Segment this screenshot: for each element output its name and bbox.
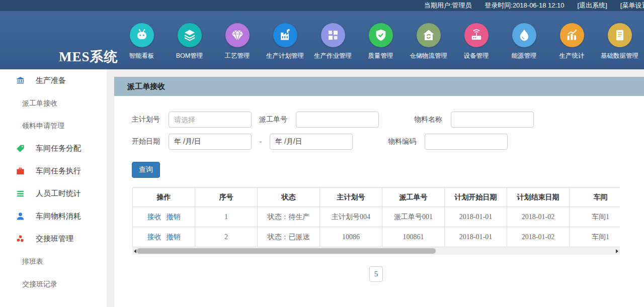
sidebar-item-label: 生产准备 — [36, 76, 66, 85]
search-button[interactable]: 查询 — [132, 162, 160, 178]
dispatch-table-container: 操作序号状态主计划号派工单号计划开始日期计划结束日期车间 接收撤销1状态：待生产… — [132, 187, 620, 247]
nav-item[interactable]: 生产统计 — [548, 12, 596, 70]
cell-end: 2018-01-02 — [507, 227, 570, 247]
search-form: 主计划号 派工单号 物料名称 开始日期 年 /月/日 - 年 /月/日 物料编码 — [114, 96, 644, 150]
main-plan-label: 主计划号 — [132, 115, 169, 124]
bank-icon — [16, 76, 25, 85]
cell-workshop: 车间1 — [570, 227, 620, 247]
robot-icon — [130, 23, 154, 47]
main-plan-input[interactable] — [169, 112, 252, 128]
column-header: 操作 — [133, 188, 195, 207]
main-layout: 生产准备派工单接收领料申请管理车间任务分配车间任务执行人员工时统计车间物料消耗交… — [0, 69, 644, 307]
sidebar-sub-item[interactable]: 排班表 — [0, 250, 107, 273]
column-header: 计划开始日期 — [445, 188, 507, 207]
receive-link[interactable]: 接收 — [147, 213, 162, 221]
nav-item-label: 质量管理 — [368, 52, 393, 60]
page-button[interactable]: 5 — [369, 266, 383, 282]
nav-item-label: 仓储物流管理 — [410, 52, 447, 60]
sidebar-sub-item[interactable]: 交接班记录 — [0, 273, 107, 295]
column-header: 状态 — [258, 188, 320, 207]
cell-main-plan: 主计划号004 — [320, 207, 382, 227]
content-area: 派工单接收 主计划号 派工单号 物料名称 开始日期 年 /月/日 - 年 /月/… — [107, 69, 644, 307]
sidebar-group-item[interactable]: 生产准备 — [0, 69, 107, 92]
cell-end: 2018-01-02 — [507, 207, 570, 227]
material-code-input[interactable] — [425, 134, 508, 150]
nav-item[interactable]: 生产计划管理 — [261, 12, 309, 70]
cell-workshop: 车间1 — [570, 207, 620, 227]
date-range-separator: - — [259, 137, 263, 146]
column-header: 计划结束日期 — [507, 188, 570, 207]
dispatch-table: 操作序号状态主计划号派工单号计划开始日期计划结束日期车间 接收撤销1状态：待生产… — [132, 187, 620, 247]
material-name-input[interactable] — [451, 112, 534, 128]
menu-settings-link[interactable]: [菜单设置] — [620, 1, 644, 10]
factory-icon — [273, 23, 297, 47]
panel-title: 派工单接收 — [114, 77, 644, 96]
nav-item[interactable]: 能源管理 — [500, 12, 548, 70]
logout-link[interactable]: [退出系统] — [578, 1, 607, 10]
sidebar-group-item[interactable]: 车间物料消耗 — [0, 205, 107, 228]
material-name-label: 物料名称 — [414, 115, 451, 124]
nav-item[interactable]: 生产作业管理 — [309, 12, 357, 70]
scrollbar-thumb[interactable] — [137, 248, 436, 254]
pagination: 5 — [132, 266, 620, 282]
nav-item-label: 生产作业管理 — [314, 52, 352, 60]
login-time-label: 登录时间:2018-06-18 12:10 — [485, 1, 564, 10]
dispatch-no-input[interactable] — [296, 112, 379, 128]
nav-item-label: 生产统计 — [559, 52, 585, 60]
list-icon — [16, 189, 25, 198]
nav-item[interactable]: 工艺管理 — [213, 12, 261, 70]
sidebar-item-label: 车间任务分配 — [36, 144, 81, 153]
nav-item[interactable]: 设备管理 — [452, 12, 500, 70]
cell-main-plan: 10086 — [320, 227, 382, 247]
sidebar-group-item[interactable]: 交接班管理 — [0, 228, 107, 250]
nav-item-label: 能源管理 — [512, 52, 537, 60]
sidebar-group-item[interactable]: 人员工时统计 — [0, 182, 107, 205]
router-icon — [464, 23, 489, 47]
column-header: 主计划号 — [320, 188, 382, 207]
grid-icon — [321, 23, 345, 47]
table-row: 接收撤销2状态：已派送100861008612018-01-012018-01-… — [133, 227, 620, 247]
horizontal-scrollbar[interactable] — [132, 247, 620, 255]
sidebar-item-label: 人员工时统计 — [36, 189, 81, 198]
nav-item-label: BOM管理 — [176, 52, 203, 60]
nav-item-label: 生产计划管理 — [266, 52, 304, 60]
table-row: 接收撤销1状态：待生产主计划号004派工单号0012018-01-012018-… — [133, 207, 620, 227]
sidebar-item-label: 排班表 — [22, 257, 43, 266]
start-date-label: 开始日期 — [132, 137, 169, 146]
main-nav: 智能看板BOM管理工艺管理生产计划管理生产作业管理质量管理仓储物流管理设备管理能… — [118, 12, 643, 70]
column-header: 车间 — [570, 188, 620, 207]
sidebar-sub-item[interactable]: 派工单接收 — [0, 92, 107, 115]
receive-link[interactable]: 接收 — [147, 233, 162, 241]
cell-start: 2018-01-01 — [445, 207, 507, 227]
app-header: MES系统 智能看板BOM管理工艺管理生产计划管理生产作业管理质量管理仓储物流管… — [0, 11, 644, 69]
revoke-link[interactable]: 撤销 — [167, 233, 181, 241]
scroll-left-icon[interactable] — [134, 249, 136, 253]
person-icon — [16, 212, 25, 221]
scroll-right-icon[interactable] — [616, 249, 618, 253]
nav-item[interactable]: 质量管理 — [357, 12, 405, 70]
nav-item-label: 智能看板 — [129, 52, 154, 60]
nav-item[interactable]: 基础数据管理 — [596, 12, 643, 70]
cell-status: 状态：待生产 — [258, 207, 320, 227]
end-date-input[interactable]: 年 /月/日 — [270, 134, 353, 150]
document-icon — [608, 23, 632, 47]
cell-seq: 2 — [195, 227, 258, 247]
revoke-link[interactable]: 撤销 — [167, 213, 181, 221]
start-date-input[interactable]: 年 /月/日 — [169, 134, 252, 150]
nav-item-label: 基础数据管理 — [601, 52, 638, 60]
cell-seq: 1 — [195, 207, 258, 227]
nav-item[interactable]: 仓储物流管理 — [405, 12, 452, 70]
sidebar-item-label: 车间任务执行 — [36, 166, 81, 176]
sidebar-group-item[interactable]: 车间任务执行 — [0, 160, 107, 182]
nav-item[interactable]: 智能看板 — [118, 12, 166, 70]
column-header: 序号 — [195, 188, 258, 207]
actions-cell: 接收撤销 — [133, 227, 195, 247]
cell-dispatch: 派工单号001 — [382, 207, 445, 227]
material-code-label: 物料编码 — [388, 137, 425, 146]
nav-item[interactable]: BOM管理 — [166, 12, 213, 70]
dispatch-no-label: 派工单号 — [259, 115, 296, 124]
sidebar-group-item[interactable]: 车间任务分配 — [0, 137, 107, 160]
chart-icon — [560, 23, 584, 47]
sidebar-sub-item[interactable]: 领料申请管理 — [0, 115, 107, 137]
sidebar-item-label: 交接班管理 — [36, 234, 73, 244]
